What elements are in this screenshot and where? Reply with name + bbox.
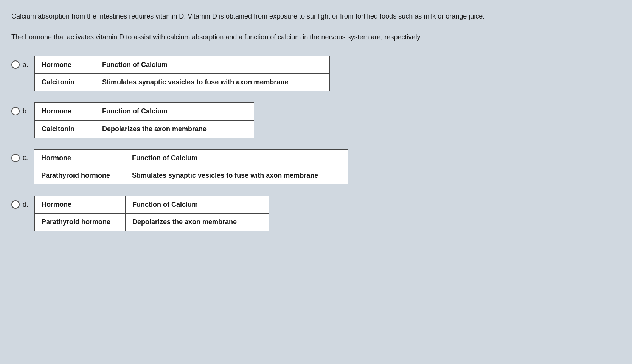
- radio-d[interactable]: [11, 200, 20, 209]
- radio-c[interactable]: [11, 154, 20, 162]
- option-label-a[interactable]: a.: [11, 56, 28, 69]
- option-table-b: HormoneFunction of CalciumCalcitoninDepo…: [34, 102, 254, 138]
- table-data-cell: Stimulates synaptic vesicles to fuse wit…: [95, 74, 330, 91]
- option-table-d: HormoneFunction of CalciumParathyroid ho…: [34, 196, 269, 231]
- radio-a[interactable]: [11, 60, 20, 69]
- table-data-cell: Calcitonin: [35, 74, 95, 91]
- table-header-cell: Function of Calcium: [126, 196, 269, 214]
- option-row-b: b.HormoneFunction of CalciumCalcitoninDe…: [11, 102, 621, 138]
- option-letter-c: c.: [23, 154, 28, 162]
- table-data-cell: Stimulates synaptic vesicles to fuse wit…: [125, 167, 348, 184]
- table-data-cell: Depolarizes the axon membrane: [95, 120, 254, 138]
- option-table-a: HormoneFunction of CalciumCalcitoninStim…: [34, 56, 330, 91]
- table-header-cell: Hormone: [35, 56, 95, 74]
- table-header-cell: Function of Calcium: [95, 103, 254, 120]
- table-header-cell: Function of Calcium: [125, 149, 348, 167]
- option-letter-a: a.: [23, 61, 28, 69]
- table-data-cell: Calcitonin: [35, 120, 95, 138]
- table-header-cell: Hormone: [35, 103, 95, 120]
- option-letter-b: b.: [23, 107, 28, 115]
- option-label-b[interactable]: b.: [11, 102, 28, 115]
- radio-b[interactable]: [11, 107, 20, 115]
- question-text: The hormone that activates vitamin D to …: [11, 32, 503, 42]
- option-letter-d: d.: [23, 201, 28, 209]
- table-header-cell: Hormone: [35, 196, 126, 214]
- option-label-c[interactable]: c.: [11, 149, 28, 162]
- table-header-cell: Hormone: [34, 149, 125, 167]
- table-data-cell: Parathyroid hormone: [34, 167, 125, 184]
- option-table-c: HormoneFunction of CalciumParathyroid ho…: [34, 149, 348, 184]
- intro-text: Calcium absorption from the intestines r…: [11, 11, 541, 22]
- table-header-cell: Function of Calcium: [95, 56, 330, 74]
- option-row-a: a.HormoneFunction of CalciumCalcitoninSt…: [11, 56, 621, 91]
- option-row-d: d.HormoneFunction of CalciumParathyroid …: [11, 196, 621, 231]
- option-label-d[interactable]: d.: [11, 196, 28, 209]
- options-container: a.HormoneFunction of CalciumCalcitoninSt…: [11, 56, 621, 231]
- table-data-cell: Depolarizes the axon membrane: [126, 214, 269, 231]
- table-data-cell: Parathyroid hormone: [35, 214, 126, 231]
- option-row-c: c.HormoneFunction of CalciumParathyroid …: [11, 149, 621, 184]
